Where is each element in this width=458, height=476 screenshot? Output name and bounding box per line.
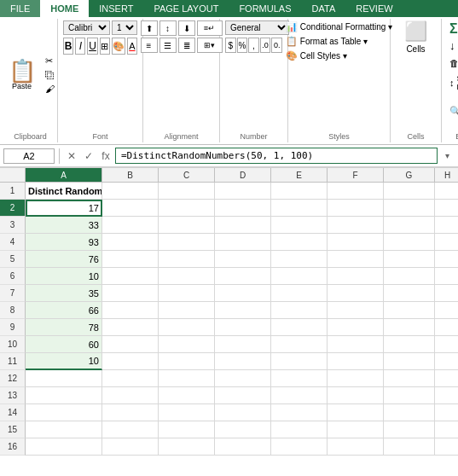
cell-h12[interactable] xyxy=(435,370,458,387)
cell-e6[interactable] xyxy=(271,268,328,285)
cell-f9[interactable] xyxy=(328,319,384,336)
cell-b14[interactable] xyxy=(102,404,159,421)
cell-d6[interactable] xyxy=(215,268,271,285)
cell-c7[interactable] xyxy=(159,285,215,302)
row-num-11[interactable]: 11 xyxy=(0,353,26,370)
cell-e14[interactable] xyxy=(271,404,328,421)
tab-formulas[interactable]: FORMULAS xyxy=(229,0,301,17)
cell-h2[interactable] xyxy=(435,200,458,217)
cell-a7[interactable]: 35 xyxy=(26,285,102,302)
sum-button[interactable]: Σ ▾ xyxy=(446,20,458,38)
row-num-15[interactable]: 15 xyxy=(0,421,26,438)
cell-g9[interactable] xyxy=(384,319,435,336)
row-num-1[interactable]: 1 xyxy=(0,183,26,200)
cell-f7[interactable] xyxy=(328,285,384,302)
cell-c12[interactable] xyxy=(159,370,215,387)
cell-d5[interactable] xyxy=(215,251,271,268)
row-num-2[interactable]: 2 xyxy=(0,200,26,217)
cell-a6[interactable]: 10 xyxy=(26,268,102,285)
cell-b7[interactable] xyxy=(102,285,159,302)
cell-c6[interactable] xyxy=(159,268,215,285)
border-button[interactable]: ⊞ xyxy=(100,38,110,55)
cell-b12[interactable] xyxy=(102,370,159,387)
cancel-formula-button[interactable]: ✕ xyxy=(64,148,79,164)
cell-c11[interactable] xyxy=(159,353,215,370)
fill-button[interactable]: ↓ Fill ▾ xyxy=(446,38,458,53)
cell-g5[interactable] xyxy=(384,251,435,268)
cell-f5[interactable] xyxy=(328,251,384,268)
cell-e16[interactable] xyxy=(271,438,328,456)
cell-g10[interactable] xyxy=(384,336,435,353)
tab-insert[interactable]: INSERT xyxy=(89,0,143,17)
increase-decimal-button[interactable]: .0 xyxy=(260,38,271,53)
cell-g2[interactable] xyxy=(384,200,435,217)
cell-e8[interactable] xyxy=(271,302,328,319)
paste-button[interactable]: 📋 Paste xyxy=(4,57,40,93)
cell-h3[interactable] xyxy=(435,217,458,234)
cell-b11[interactable] xyxy=(102,353,159,370)
insert-function-button[interactable]: fx xyxy=(98,148,113,164)
row-num-14[interactable]: 14 xyxy=(0,404,26,421)
cell-c8[interactable] xyxy=(159,302,215,319)
cell-e12[interactable] xyxy=(271,370,328,387)
cell-h7[interactable] xyxy=(435,285,458,302)
tab-file[interactable]: FILE xyxy=(0,0,40,17)
cell-g16[interactable] xyxy=(384,438,435,456)
formula-input[interactable] xyxy=(115,148,438,164)
comma-button[interactable]: , xyxy=(248,38,259,53)
wrap-text-button[interactable]: ≡↵ xyxy=(197,20,223,36)
cell-f10[interactable] xyxy=(328,336,384,353)
cell-e3[interactable] xyxy=(271,217,328,234)
font-size-select[interactable]: 11 xyxy=(112,20,137,35)
tab-data[interactable]: DATA xyxy=(302,0,346,17)
cell-d13[interactable] xyxy=(215,387,271,404)
format-as-table-button[interactable]: 📋 Format as Table ▾ xyxy=(282,35,396,48)
cell-b1[interactable] xyxy=(102,183,159,200)
cell-h4[interactable] xyxy=(435,234,458,251)
cell-e10[interactable] xyxy=(271,336,328,353)
cell-d3[interactable] xyxy=(215,217,271,234)
cell-d15[interactable] xyxy=(215,421,271,438)
cell-f13[interactable] xyxy=(328,387,384,404)
cell-e7[interactable] xyxy=(271,285,328,302)
cell-styles-button[interactable]: 🎨 Cell Styles ▾ xyxy=(282,49,396,62)
row-num-10[interactable]: 10 xyxy=(0,336,26,353)
cell-h16[interactable] xyxy=(435,438,458,456)
col-header-h[interactable]: H xyxy=(435,168,458,182)
cell-a3[interactable]: 33 xyxy=(26,217,102,234)
cell-b4[interactable] xyxy=(102,234,159,251)
italic-button[interactable]: I xyxy=(75,38,85,55)
cell-c2[interactable] xyxy=(159,200,215,217)
cell-g7[interactable] xyxy=(384,285,435,302)
cell-h13[interactable] xyxy=(435,387,458,404)
conditional-formatting-button[interactable]: 📊 Conditional Formatting ▾ xyxy=(282,20,396,33)
merge-button[interactable]: ⊞▾ xyxy=(197,38,223,53)
cell-d8[interactable] xyxy=(215,302,271,319)
align-right-button[interactable]: ≣ xyxy=(178,38,195,53)
cell-d2[interactable] xyxy=(215,200,271,217)
align-middle-button[interactable]: ↕ xyxy=(159,20,177,36)
cell-c4[interactable] xyxy=(159,234,215,251)
cell-a5[interactable]: 76 xyxy=(26,251,102,268)
cell-f3[interactable] xyxy=(328,217,384,234)
format-painter-button[interactable]: 🖌 xyxy=(43,83,57,95)
cell-f14[interactable] xyxy=(328,404,384,421)
cell-h14[interactable] xyxy=(435,404,458,421)
clear-button[interactable]: 🗑 Clear ▾ xyxy=(446,54,458,73)
cell-a2[interactable]: 17 xyxy=(26,200,102,217)
cell-f4[interactable] xyxy=(328,234,384,251)
cell-c15[interactable] xyxy=(159,421,215,438)
cell-g14[interactable] xyxy=(384,404,435,421)
cell-c16[interactable] xyxy=(159,438,215,456)
align-top-button[interactable]: ⬆ xyxy=(141,20,158,36)
cell-f12[interactable] xyxy=(328,370,384,387)
row-num-9[interactable]: 9 xyxy=(0,319,26,336)
cell-e9[interactable] xyxy=(271,319,328,336)
align-left-button[interactable]: ≡ xyxy=(141,38,158,53)
cell-h15[interactable] xyxy=(435,421,458,438)
cell-c14[interactable] xyxy=(159,404,215,421)
cell-e15[interactable] xyxy=(271,421,328,438)
col-header-c[interactable]: C xyxy=(159,168,215,182)
cell-h8[interactable] xyxy=(435,302,458,319)
row-num-12[interactable]: 12 xyxy=(0,370,26,387)
